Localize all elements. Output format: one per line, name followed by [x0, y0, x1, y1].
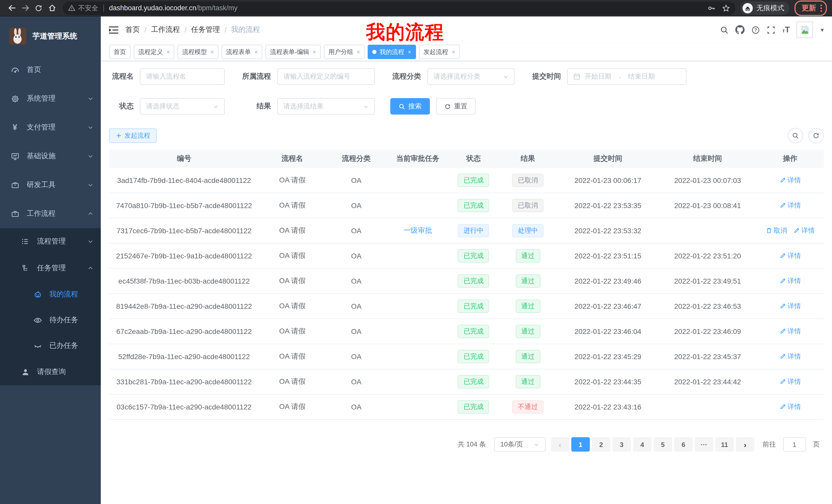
sidebar-item-process-management[interactable]: 流程管理	[0, 228, 101, 255]
action-icon	[779, 353, 786, 360]
result-select[interactable]: 请选择流结果	[277, 98, 375, 115]
row-action-link[interactable]: 详情	[779, 251, 801, 260]
sidebar-item-workflow[interactable]: 工作流程	[0, 199, 101, 228]
start-process-button[interactable]: 发起流程	[109, 129, 157, 143]
jump-page-input[interactable]	[783, 437, 806, 452]
view-tab[interactable]: 我的流程 ×	[368, 45, 416, 59]
cell-id: 67c2eaab-7b9a-11ec-a290-acde48001122	[109, 319, 259, 344]
status-badge: 已完成	[458, 199, 489, 212]
breadcrumb-home[interactable]: 首页	[126, 25, 140, 34]
sidebar-item-payment[interactable]: ¥ 支付管理	[0, 113, 101, 142]
page-number-button[interactable]: 6	[674, 437, 693, 452]
close-icon[interactable]: ×	[166, 49, 170, 55]
avatar[interactable]	[797, 22, 813, 38]
row-action-link[interactable]: 详情	[779, 201, 801, 210]
table-row: 7470a810-7b9b-11ec-b5b7-acde48001122 OA …	[109, 193, 824, 218]
result-badge: 通过	[516, 249, 540, 262]
breadcrumb-task-management[interactable]: 任务管理	[191, 25, 220, 34]
url-bar[interactable]: 不安全 dashboard.yudao.iocoder.cn/bpm/task/…	[63, 1, 735, 15]
breadcrumb-workflow[interactable]: 工作流程	[151, 25, 180, 34]
category-select[interactable]: 请选择流程分类	[427, 68, 515, 85]
close-icon[interactable]: ×	[357, 49, 360, 55]
view-tab[interactable]: 流程模型 ×	[178, 45, 218, 59]
date-range-picker[interactable]: 开始日期 - 结束日期	[567, 68, 686, 85]
close-icon[interactable]: ×	[255, 49, 258, 55]
cell-end-time: 2022-01-23 00:07:03	[659, 168, 757, 193]
view-tab[interactable]: 流程表单-编辑 ×	[266, 45, 321, 59]
cell-id: ec45f38f-7b9a-11ec-b03b-acde48001122	[109, 269, 259, 293]
chevron-down-icon	[87, 153, 94, 159]
help-icon[interactable]: ?	[752, 25, 760, 34]
view-tab[interactable]: 用户分组 ×	[324, 45, 365, 59]
page-number-button[interactable]: ···	[695, 437, 713, 452]
current-task-link[interactable]: 一级审批	[404, 226, 432, 234]
page-number-button[interactable]: 2	[592, 437, 610, 452]
row-action-link[interactable]: 详情	[779, 276, 801, 286]
pagination: 共 104 条 10条/页 ‹ 123456···11 › 前往 页	[109, 437, 824, 452]
github-icon[interactable]	[735, 25, 745, 34]
key-icon[interactable]	[707, 4, 716, 12]
table-row: 67c2eaab-7b9a-11ec-a290-acde48001122 OA …	[109, 319, 824, 344]
row-action-link[interactable]: 详情	[793, 226, 815, 235]
sidebar-item-home[interactable]: 首页	[0, 55, 101, 84]
close-icon[interactable]: ×	[408, 49, 411, 55]
row-action-link[interactable]: 详情	[779, 327, 801, 336]
status-select[interactable]: 请选择状态	[140, 98, 225, 115]
next-page-button[interactable]: ›	[736, 437, 754, 452]
back-icon[interactable]	[5, 1, 19, 15]
column-header-name: 流程名	[259, 149, 326, 168]
process-definition-input[interactable]: 请输入流程定义的编号	[277, 68, 375, 85]
page-size-select[interactable]: 10条/页	[494, 437, 546, 452]
page-number-button[interactable]: 1	[571, 437, 590, 452]
close-icon[interactable]: ×	[313, 49, 316, 55]
update-button[interactable]: 更新	[795, 0, 827, 16]
sidebar-item-my-process[interactable]: 我的流程	[0, 282, 101, 307]
search-icon[interactable]	[720, 25, 729, 34]
chevron-up-icon	[87, 211, 94, 217]
filter-label-category: 流程分类	[390, 72, 421, 81]
view-tab[interactable]: 流程定义 ×	[134, 45, 175, 59]
process-name-input[interactable]: 请输入流程名	[140, 68, 225, 85]
show-search-toggle-icon[interactable]	[788, 128, 803, 143]
bookmark-star-icon[interactable]	[722, 4, 730, 12]
security-warning[interactable]: 不安全	[68, 3, 98, 12]
sidebar-collapse-icon[interactable]	[109, 26, 118, 34]
refresh-table-icon[interactable]	[808, 128, 824, 143]
view-tab[interactable]: 发起流程 ×	[419, 45, 460, 59]
sidebar-item-devtools[interactable]: 研发工具	[0, 171, 101, 199]
security-label: 不安全	[78, 3, 98, 12]
home-icon[interactable]	[45, 1, 59, 15]
page-number-button[interactable]: 5	[654, 437, 672, 452]
filter-label-result: 结果	[240, 102, 271, 111]
sidebar-item-task-management[interactable]: 任务管理	[0, 255, 101, 282]
kebab-menu-icon[interactable]	[820, 4, 822, 12]
row-action-link[interactable]: 详情	[779, 352, 801, 361]
view-tab[interactable]: 首页 ×	[109, 45, 131, 59]
chevron-down-icon[interactable]: ▼	[820, 27, 825, 33]
page-number-button[interactable]: 4	[633, 437, 651, 452]
sidebar-item-todo-tasks[interactable]: 待办任务	[0, 307, 101, 333]
active-dot	[372, 50, 376, 54]
row-action-link[interactable]: 详情	[779, 176, 801, 185]
row-action-link[interactable]: 详情	[779, 302, 801, 311]
sidebar-item-system[interactable]: 系统管理	[0, 84, 101, 113]
view-tab[interactable]: 流程表单 ×	[222, 45, 262, 59]
page-number-button[interactable]: 11	[715, 437, 734, 452]
sidebar-item-infrastructure[interactable]: 基础设施	[0, 142, 101, 171]
sidebar-item-leave-query[interactable]: 请假查询	[0, 359, 101, 385]
reload-icon[interactable]	[32, 1, 45, 15]
reset-button[interactable]: 重置	[436, 98, 476, 115]
close-icon[interactable]: ×	[211, 49, 214, 55]
row-action-link[interactable]: 详情	[779, 377, 801, 386]
prev-page-button[interactable]: ‹	[551, 437, 569, 452]
page-number-button[interactable]: 3	[613, 437, 631, 452]
sidebar-item-done-tasks[interactable]: 已办任务	[0, 333, 101, 359]
row-action-link[interactable]: 取消	[765, 226, 787, 235]
fullscreen-icon[interactable]	[767, 25, 776, 34]
chevron-down-icon	[213, 104, 218, 109]
font-size-icon[interactable]: тT	[782, 25, 790, 34]
search-button[interactable]: 搜索	[390, 98, 430, 115]
row-action-link[interactable]: 详情	[779, 402, 801, 412]
forward-icon[interactable]	[19, 1, 32, 15]
close-icon[interactable]: ×	[452, 49, 455, 55]
